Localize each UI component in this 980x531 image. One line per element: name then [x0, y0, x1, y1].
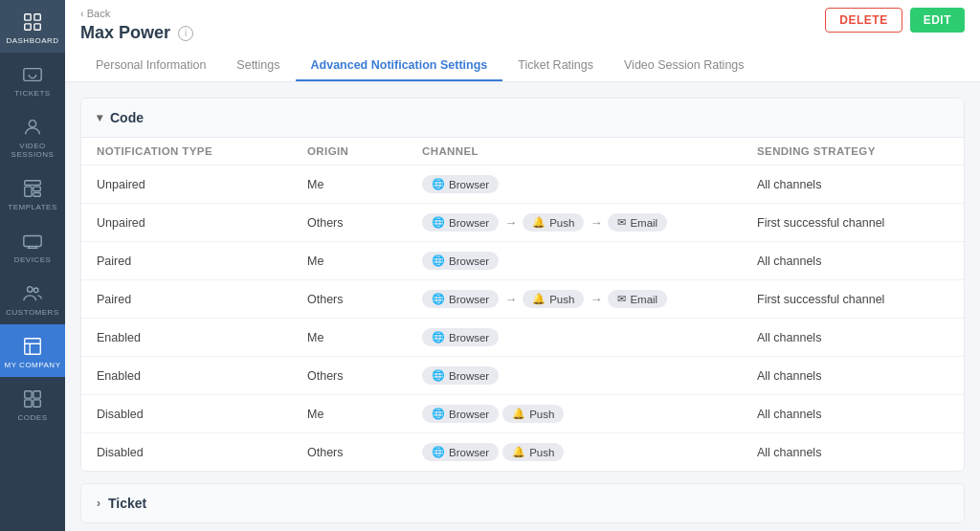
row-origin: Others	[307, 216, 422, 230]
row-strategy: All channels	[757, 178, 948, 191]
row-origin: Me	[307, 331, 422, 344]
channel-chip-browser[interactable]: 🌐 Browser	[422, 366, 499, 385]
chevron-right-icon: ›	[97, 497, 100, 510]
channel-chip-push[interactable]: 🔔 Push	[523, 290, 584, 308]
sidebar: Dashboard Tickets Video Sessions Templat…	[0, 0, 65, 531]
svg-rect-13	[25, 339, 41, 355]
channel-chip-email[interactable]: ✉ Email	[608, 290, 667, 308]
svg-rect-15	[33, 391, 40, 398]
section-ticket-header[interactable]: › Ticket	[81, 484, 964, 522]
sidebar-label-codes: Codes	[18, 413, 48, 422]
sidebar-item-video-sessions[interactable]: Video Sessions	[0, 105, 65, 166]
row-type: Enabled	[97, 369, 307, 383]
bell-icon: 🔔	[532, 216, 546, 229]
tab-ticket-ratings[interactable]: Ticket Ratings	[502, 51, 609, 81]
globe-icon: 🌐	[432, 293, 445, 305]
channel-chip-push[interactable]: 🔔 Push	[523, 213, 584, 232]
svg-rect-16	[25, 400, 32, 407]
sidebar-item-devices[interactable]: Devices	[0, 219, 65, 272]
globe-icon: 🌐	[432, 331, 445, 343]
chevron-down-icon: ▾	[97, 111, 102, 124]
row-type: Unpaired	[97, 178, 307, 191]
channel-chip-email[interactable]: ✉ Email	[608, 213, 667, 232]
sidebar-item-tickets[interactable]: Tickets	[0, 53, 65, 105]
delete-button[interactable]: DELETE	[825, 8, 902, 33]
globe-icon: 🌐	[432, 216, 445, 229]
row-strategy: All channels	[757, 254, 948, 268]
table-row: Paired Me 🌐 Browser All channels	[81, 242, 964, 280]
arrow-icon: →	[590, 292, 602, 306]
channel-chip-browser[interactable]: 🌐 Browser	[422, 213, 499, 232]
globe-icon: 🌐	[432, 178, 445, 190]
svg-point-11	[28, 287, 33, 293]
sidebar-item-my-company[interactable]: My Company	[0, 324, 65, 377]
table-row: Unpaired Others 🌐 Browser → 🔔 Push → ✉ E…	[81, 204, 964, 242]
channel-chip-browser[interactable]: 🌐 Browser	[422, 175, 499, 193]
row-type: Enabled	[97, 331, 307, 344]
notification-table: Notification Type Origin Channel Sending…	[81, 138, 964, 471]
row-type: Unpaired	[97, 216, 307, 230]
sidebar-label-devices: Devices	[14, 255, 52, 264]
col-sending-strategy: Sending Strategy	[757, 145, 948, 157]
globe-icon: 🌐	[432, 369, 445, 382]
svg-rect-1	[34, 14, 40, 20]
channel-chip-browser[interactable]: 🌐 Browser	[422, 405, 499, 423]
svg-rect-14	[25, 391, 32, 398]
tab-advanced[interactable]: Advanced Notification Settings	[296, 51, 503, 81]
sidebar-item-templates[interactable]: Templates	[0, 166, 65, 219]
row-origin: Others	[307, 446, 422, 459]
table-row: Disabled Me 🌐 Browser 🔔 Push All channel…	[81, 395, 964, 433]
globe-icon: 🌐	[432, 408, 445, 420]
section-code-header[interactable]: ▾ Code	[81, 99, 964, 138]
row-type: Disabled	[97, 408, 307, 421]
row-strategy: All channels	[757, 446, 948, 459]
edit-button[interactable]: EDIT	[910, 8, 965, 33]
globe-icon: 🌐	[432, 254, 445, 267]
row-origin: Me	[307, 254, 422, 268]
svg-rect-17	[33, 400, 40, 407]
row-type: Paired	[97, 293, 307, 306]
row-origin: Me	[307, 178, 422, 191]
table-header: Notification Type Origin Channel Sending…	[81, 138, 964, 166]
info-icon[interactable]: i	[178, 26, 193, 41]
sidebar-item-customers[interactable]: Customers	[0, 272, 65, 324]
section-ticket: › Ticket	[80, 483, 965, 523]
tab-personal[interactable]: Personal Information	[80, 51, 221, 81]
channel-chip-browser[interactable]: 🌐 Browser	[422, 290, 499, 308]
row-channels: 🌐 Browser	[422, 328, 757, 346]
row-channels: 🌐 Browser → 🔔 Push → ✉ Email	[422, 290, 757, 308]
row-type: Paired	[97, 254, 307, 268]
channel-chip-browser[interactable]: 🌐 Browser	[422, 252, 499, 270]
row-channels: 🌐 Browser	[422, 252, 757, 270]
table-row: Enabled Others 🌐 Browser All channels	[81, 357, 964, 395]
sidebar-label-customers: Customers	[6, 308, 58, 317]
row-channels: 🌐 Browser 🔔 Push	[422, 443, 757, 461]
sidebar-item-dashboard[interactable]: Dashboard	[0, 0, 65, 53]
svg-rect-10	[24, 236, 41, 247]
channel-chip-browser[interactable]: 🌐 Browser	[422, 443, 499, 461]
sidebar-item-codes[interactable]: Codes	[0, 377, 65, 430]
row-origin: Others	[307, 293, 422, 306]
page-title: Max Power	[80, 23, 170, 43]
row-strategy: All channels	[757, 408, 948, 421]
channel-chip-push[interactable]: 🔔 Push	[502, 443, 564, 461]
sidebar-label-dashboard: Dashboard	[6, 36, 58, 45]
channel-chip-browser[interactable]: 🌐 Browser	[422, 328, 499, 346]
tab-video-ratings[interactable]: Video Session Ratings	[609, 51, 760, 81]
bell-icon: 🔔	[512, 408, 525, 420]
tab-settings[interactable]: Settings	[221, 51, 295, 81]
email-icon: ✉	[617, 216, 626, 229]
col-origin: Origin	[307, 145, 422, 157]
svg-rect-6	[25, 181, 41, 186]
col-notification-type: Notification Type	[97, 145, 307, 157]
bell-icon: 🔔	[512, 446, 525, 458]
row-channels: 🌐 Browser 🔔 Push	[422, 405, 757, 423]
table-row: Unpaired Me 🌐 Browser All channels	[81, 166, 964, 204]
bell-icon: 🔔	[532, 293, 546, 305]
email-icon: ✉	[617, 293, 626, 305]
sidebar-label-video-sessions: Video Sessions	[4, 142, 61, 159]
channel-chip-push[interactable]: 🔔 Push	[502, 405, 564, 423]
row-strategy: All channels	[757, 331, 948, 344]
svg-point-12	[33, 288, 38, 293]
arrow-icon: →	[504, 292, 517, 306]
